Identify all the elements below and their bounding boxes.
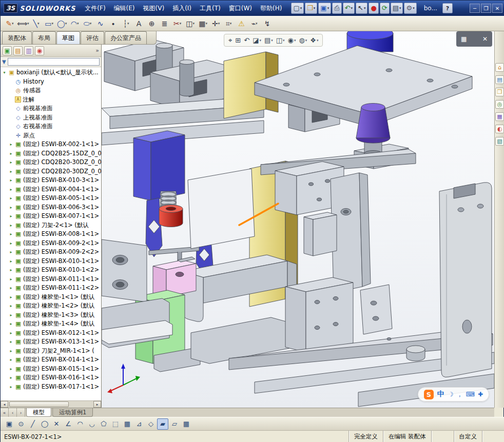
tree-item-expander[interactable]: ▸ xyxy=(9,357,13,362)
save-sketch-icon[interactable]: ▣ xyxy=(4,418,15,430)
filter-icon[interactable]: ▼ xyxy=(2,59,6,65)
close-button[interactable]: ✕ xyxy=(492,4,502,13)
circle-icon[interactable]: ◯▾ xyxy=(56,17,68,30)
displaymanager-tab-icon[interactable]: ◉ xyxy=(35,46,44,55)
tree-item[interactable]: ▸ ▣ (固定) ESWI-BX-005-1<1> xyxy=(2,194,101,203)
scrollbar-track[interactable] xyxy=(8,401,93,408)
rapid-sketch-icon[interactable]: ↯▾ xyxy=(261,17,274,30)
tree-item-expander[interactable]: ▸ xyxy=(9,214,13,218)
search-icon[interactable]: ◎ xyxy=(495,100,504,109)
tree-item[interactable]: ▸ ▣ (固定) ESWI-BX-013-1<1> xyxy=(2,337,101,347)
ellipse-icon[interactable]: ⬭▾ xyxy=(82,17,94,30)
design-library-icon[interactable]: ▤ xyxy=(495,75,504,84)
tree-item-expander[interactable]: ▸ xyxy=(9,196,13,200)
tree-item[interactable]: ▸ ▣ (固定) 橡胶垫-1<4> (默认 xyxy=(2,319,101,329)
apply-scene-icon[interactable]: ❖▾ xyxy=(309,35,319,46)
print-icon[interactable]: ⎙▾ xyxy=(332,3,341,14)
smart-dimension-icon[interactable]: ⟺▾ xyxy=(16,17,30,30)
convert-entities-icon[interactable]: ⊕▾ xyxy=(146,17,158,30)
angle-snap-icon[interactable]: ⊿ xyxy=(133,418,145,430)
tree-item[interactable]: ▸ ▣ (固定) ESWI-BX-014-1<1> xyxy=(2,355,101,365)
viewport-3d-model[interactable] xyxy=(102,31,494,408)
moon-icon[interactable]: ☽ xyxy=(448,391,454,398)
tree-root-expander[interactable]: ▾ xyxy=(2,70,7,75)
minimize-button[interactable]: ─ xyxy=(470,4,480,13)
tree-item-expander[interactable]: ▸ xyxy=(9,349,13,353)
appearances-icon[interactable]: ◐ xyxy=(495,125,504,133)
record-macro-icon[interactable]: ●▾ xyxy=(369,3,378,14)
file-explorer-icon[interactable]: ❒ xyxy=(495,88,504,96)
right-plate[interactable] xyxy=(439,183,492,377)
propertymanager-tab-icon[interactable]: ▤ xyxy=(13,46,23,55)
punctuation-icon[interactable]: ， xyxy=(457,390,463,399)
arc-tool-icon[interactable]: ◠ xyxy=(74,418,86,430)
linear-pattern-icon[interactable]: ▦▾ xyxy=(197,17,209,30)
tree-item[interactable]: ◇ 右视基准面 xyxy=(2,122,101,131)
new-document-icon[interactable]: ▢▾ xyxy=(291,3,304,14)
angle-tool-icon[interactable]: ∠ xyxy=(63,418,74,430)
mirror-entities-icon[interactable]: ◫▾ xyxy=(184,17,197,30)
tree-item[interactable]: ▸ ▣ (固定) ESWI-BX-007-1<1> xyxy=(2,212,101,221)
tree-item[interactable]: ▸ ▣ (固定) ESWI-BX-010-3<1> xyxy=(2,176,101,185)
tree-item[interactable]: ▸ ▣ (固定) ESWI-BX-006-3<1> xyxy=(2,203,101,212)
repair-sketch-icon[interactable]: ⚠▾ xyxy=(236,17,248,30)
tree-item-expander[interactable]: ▸ xyxy=(9,160,13,165)
zoom-to-fit-icon[interactable]: ⌖▾ xyxy=(227,35,233,46)
tree-item[interactable]: ▸ ▣ (固定) ESWI-BX-011-1<2> xyxy=(2,284,101,293)
tree-item-expander[interactable]: ▸ xyxy=(9,385,13,389)
tree-item-expander[interactable]: ▸ xyxy=(9,250,13,254)
tree-item[interactable]: ▸ ▣ (固定) ESWI-BX-010-1<2> xyxy=(2,266,101,275)
menu-item[interactable]: 视图(V) xyxy=(139,2,169,15)
help-button[interactable]: ? xyxy=(442,3,453,13)
center-white-block[interactable] xyxy=(188,169,255,249)
tangent-arc-icon[interactable]: ◡ xyxy=(86,418,98,430)
tree-item-expander[interactable]: ▸ xyxy=(9,187,13,192)
menu-item[interactable]: 插入(I) xyxy=(168,2,196,15)
tree-item-expander[interactable]: ▸ xyxy=(9,304,13,308)
featuremanager-tab-icon[interactable]: ▣ xyxy=(3,46,12,55)
upper-left-clamp-blocks[interactable] xyxy=(104,39,236,109)
tree-item[interactable]: ▸ ▣ (固定) CDQ2B20-30DZ_0_0 xyxy=(2,158,101,167)
shaded-view-icon[interactable]: ▰ xyxy=(157,418,168,430)
snap-grid-icon[interactable]: ▦ xyxy=(122,418,133,430)
circle-tool-icon[interactable]: ◯ xyxy=(39,418,50,430)
tab-scroll-right-icon[interactable]: › xyxy=(17,408,25,417)
offset-entities-icon[interactable]: ≣▾ xyxy=(159,17,171,30)
scroll-left-icon[interactable]: ◂ xyxy=(1,401,8,408)
file-properties-icon[interactable]: ▤▾ xyxy=(391,3,403,14)
command-tab[interactable]: 评估 xyxy=(81,31,104,44)
custom-properties-icon[interactable]: ▧ xyxy=(495,137,504,146)
tree-item[interactable]: ◇ 前视基准面 xyxy=(2,104,101,113)
rectangle-icon[interactable]: ▭▾ xyxy=(43,17,55,30)
tree-item[interactable]: ▸ ▣ (固定) ESWI-BX-016-1<1> xyxy=(2,373,101,383)
arc-icon[interactable]: ◠▾ xyxy=(69,17,81,30)
tree-item[interactable]: A 注解 xyxy=(2,95,101,105)
tree-item-expander[interactable]: ▸ xyxy=(9,286,13,290)
zoom-to-area-icon[interactable]: ⊞▾ xyxy=(234,35,242,46)
tree-item-expander[interactable]: ▸ xyxy=(9,205,13,210)
menu-item[interactable]: 窗口(W) xyxy=(225,2,256,15)
toolbox-icon[interactable]: ✚ xyxy=(478,391,483,398)
open-document-icon[interactable]: ❒▾ xyxy=(305,3,317,14)
view-orientation-icon[interactable]: ▤▾ xyxy=(263,35,274,46)
line-tool-icon[interactable]: ╱ xyxy=(27,418,38,430)
tree-item-expander[interactable]: ▸ xyxy=(9,151,13,156)
tree-item[interactable]: ▸ ▣ (固定) ESWI-BX-008-1<1> xyxy=(2,230,101,239)
tree-item-expander[interactable]: ▸ xyxy=(9,367,13,371)
quick-snaps-icon[interactable]: ⌁▾ xyxy=(248,17,261,30)
tree-item[interactable]: ◎ 传感器 xyxy=(2,86,101,95)
status-custom[interactable]: 自定义 xyxy=(454,431,482,442)
tree-item[interactable]: ▸ ▣ (固定) 橡胶垫-1<3> (默认 xyxy=(2,311,101,320)
command-tab[interactable]: 办公室产品 xyxy=(105,31,147,44)
hide-show-items-icon[interactable]: ◉▾ xyxy=(287,35,297,46)
graphics-area[interactable]: ⌖▾⊞▾↶▾◪▾▤▾◫▾◉▾◍▾❖▾ ▦ ✕ S 中 ☽，⌨✚ xyxy=(102,31,494,408)
scroll-right-icon[interactable]: ▸ xyxy=(93,401,101,408)
tab-scroll-left-icon[interactable]: ‹ xyxy=(9,408,17,417)
tree-item[interactable]: ◷ History xyxy=(2,77,101,87)
tree-item-expander[interactable]: ▸ xyxy=(9,339,13,344)
select-icon[interactable]: ↖▾ xyxy=(356,3,367,14)
tree-item[interactable]: ▸ ▣ (固定) 橡胶垫-1<1> (默认 xyxy=(2,293,101,302)
command-tab[interactable]: 布局 xyxy=(32,31,56,44)
chevron-right-icon[interactable]: » xyxy=(95,47,99,54)
tree-item[interactable]: ▸ ▣ (固定) CDQ2B20-30DZ_0_0 xyxy=(2,167,101,176)
